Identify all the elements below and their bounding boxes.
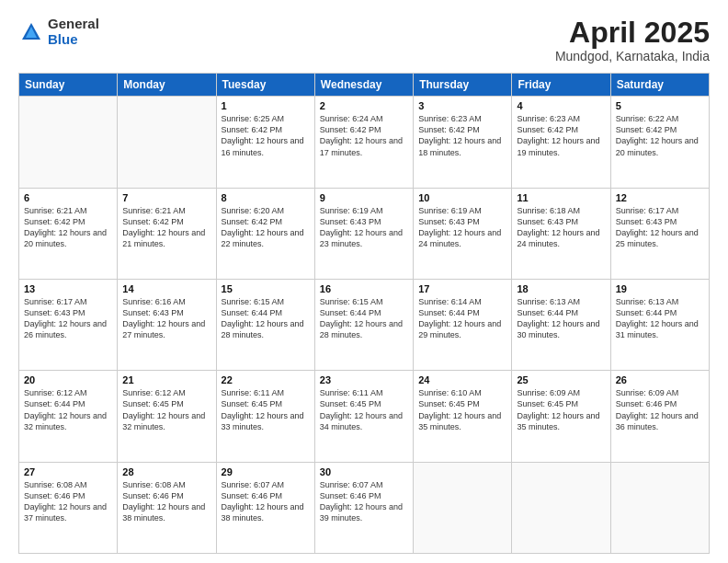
calendar-cell: 15Sunrise: 6:15 AM Sunset: 6:44 PM Dayli… <box>216 279 314 370</box>
day-info: Sunrise: 6:18 AM Sunset: 6:43 PM Dayligh… <box>517 205 605 250</box>
calendar-cell <box>118 97 216 188</box>
day-number: 8 <box>222 192 310 203</box>
calendar-cell: 7Sunrise: 6:21 AM Sunset: 6:42 PM Daylig… <box>118 188 216 279</box>
day-number: 12 <box>616 192 704 203</box>
page: General Blue April 2025 Mundgod, Karnata… <box>0 0 728 563</box>
calendar-header: SundayMondayTuesdayWednesdayThursdayFrid… <box>19 74 710 97</box>
calendar-cell: 30Sunrise: 6:07 AM Sunset: 6:46 PM Dayli… <box>314 462 413 553</box>
day-number: 7 <box>122 192 210 203</box>
weekday-header-tuesday: Tuesday <box>216 74 314 97</box>
calendar-cell: 21Sunrise: 6:12 AM Sunset: 6:45 PM Dayli… <box>118 371 216 462</box>
title-location: Mundgod, Karnataka, India <box>555 49 710 63</box>
calendar-cell: 5Sunrise: 6:22 AM Sunset: 6:42 PM Daylig… <box>610 97 709 188</box>
day-number: 15 <box>222 283 310 294</box>
calendar-cell: 9Sunrise: 6:19 AM Sunset: 6:43 PM Daylig… <box>314 188 413 279</box>
logo-general: General <box>48 17 99 32</box>
day-number: 10 <box>418 192 506 203</box>
weekday-header-wednesday: Wednesday <box>314 74 413 97</box>
day-info: Sunrise: 6:07 AM Sunset: 6:46 PM Dayligh… <box>320 479 408 524</box>
weekday-header-thursday: Thursday <box>414 74 512 97</box>
day-number: 19 <box>616 283 704 294</box>
weekday-header-friday: Friday <box>512 74 610 97</box>
week-row-5: 27Sunrise: 6:08 AM Sunset: 6:46 PM Dayli… <box>19 462 710 553</box>
calendar-cell: 24Sunrise: 6:10 AM Sunset: 6:45 PM Dayli… <box>414 371 512 462</box>
week-row-2: 6Sunrise: 6:21 AM Sunset: 6:42 PM Daylig… <box>19 188 710 279</box>
calendar-body: 1Sunrise: 6:25 AM Sunset: 6:42 PM Daylig… <box>19 97 710 554</box>
day-info: Sunrise: 6:19 AM Sunset: 6:43 PM Dayligh… <box>418 205 506 250</box>
day-info: Sunrise: 6:23 AM Sunset: 6:42 PM Dayligh… <box>517 113 605 158</box>
calendar-cell: 2Sunrise: 6:24 AM Sunset: 6:42 PM Daylig… <box>314 97 413 188</box>
day-info: Sunrise: 6:17 AM Sunset: 6:43 PM Dayligh… <box>616 205 704 250</box>
header: General Blue April 2025 Mundgod, Karnata… <box>18 17 710 63</box>
week-row-3: 13Sunrise: 6:17 AM Sunset: 6:43 PM Dayli… <box>19 279 710 370</box>
day-number: 11 <box>517 192 605 203</box>
calendar-cell: 6Sunrise: 6:21 AM Sunset: 6:42 PM Daylig… <box>19 188 118 279</box>
day-number: 23 <box>320 374 408 385</box>
day-info: Sunrise: 6:15 AM Sunset: 6:44 PM Dayligh… <box>320 296 408 341</box>
calendar-cell <box>610 462 709 553</box>
calendar-table: SundayMondayTuesdayWednesdayThursdayFrid… <box>18 73 710 554</box>
calendar-cell: 19Sunrise: 6:13 AM Sunset: 6:44 PM Dayli… <box>610 279 709 370</box>
day-number: 3 <box>418 100 506 111</box>
day-info: Sunrise: 6:21 AM Sunset: 6:42 PM Dayligh… <box>122 205 210 250</box>
day-number: 24 <box>418 374 506 385</box>
day-number: 29 <box>222 466 310 477</box>
day-number: 14 <box>122 283 210 294</box>
day-info: Sunrise: 6:15 AM Sunset: 6:44 PM Dayligh… <box>222 296 310 341</box>
calendar-cell: 18Sunrise: 6:13 AM Sunset: 6:44 PM Dayli… <box>512 279 610 370</box>
calendar-cell: 8Sunrise: 6:20 AM Sunset: 6:42 PM Daylig… <box>216 188 314 279</box>
calendar-cell <box>512 462 610 553</box>
calendar-cell: 26Sunrise: 6:09 AM Sunset: 6:46 PM Dayli… <box>610 371 709 462</box>
day-info: Sunrise: 6:12 AM Sunset: 6:45 PM Dayligh… <box>122 387 210 432</box>
day-number: 1 <box>222 100 310 111</box>
calendar-cell: 20Sunrise: 6:12 AM Sunset: 6:44 PM Dayli… <box>19 371 118 462</box>
day-info: Sunrise: 6:13 AM Sunset: 6:44 PM Dayligh… <box>517 296 605 341</box>
title-month: April 2025 <box>555 17 710 49</box>
day-info: Sunrise: 6:08 AM Sunset: 6:46 PM Dayligh… <box>122 479 210 524</box>
week-row-1: 1Sunrise: 6:25 AM Sunset: 6:42 PM Daylig… <box>19 97 710 188</box>
day-number: 16 <box>320 283 408 294</box>
day-number: 9 <box>320 192 408 203</box>
calendar-cell: 22Sunrise: 6:11 AM Sunset: 6:45 PM Dayli… <box>216 371 314 462</box>
calendar-cell: 16Sunrise: 6:15 AM Sunset: 6:44 PM Dayli… <box>314 279 413 370</box>
day-info: Sunrise: 6:19 AM Sunset: 6:43 PM Dayligh… <box>320 205 408 250</box>
day-number: 20 <box>24 374 112 385</box>
day-info: Sunrise: 6:22 AM Sunset: 6:42 PM Dayligh… <box>616 113 704 158</box>
day-info: Sunrise: 6:13 AM Sunset: 6:44 PM Dayligh… <box>616 296 704 341</box>
day-number: 25 <box>517 374 605 385</box>
calendar-cell <box>414 462 512 553</box>
day-number: 28 <box>122 466 210 477</box>
calendar-cell <box>19 97 118 188</box>
calendar-cell: 27Sunrise: 6:08 AM Sunset: 6:46 PM Dayli… <box>19 462 118 553</box>
calendar-cell: 12Sunrise: 6:17 AM Sunset: 6:43 PM Dayli… <box>610 188 709 279</box>
day-number: 21 <box>122 374 210 385</box>
day-info: Sunrise: 6:11 AM Sunset: 6:45 PM Dayligh… <box>320 387 408 432</box>
day-number: 22 <box>222 374 310 385</box>
day-info: Sunrise: 6:25 AM Sunset: 6:42 PM Dayligh… <box>222 113 310 158</box>
day-info: Sunrise: 6:10 AM Sunset: 6:45 PM Dayligh… <box>418 387 506 432</box>
calendar-cell: 10Sunrise: 6:19 AM Sunset: 6:43 PM Dayli… <box>414 188 512 279</box>
calendar-cell: 17Sunrise: 6:14 AM Sunset: 6:44 PM Dayli… <box>414 279 512 370</box>
day-number: 27 <box>24 466 112 477</box>
day-number: 6 <box>24 192 112 203</box>
day-number: 13 <box>24 283 112 294</box>
day-info: Sunrise: 6:24 AM Sunset: 6:42 PM Dayligh… <box>320 113 408 158</box>
calendar-cell: 3Sunrise: 6:23 AM Sunset: 6:42 PM Daylig… <box>414 97 512 188</box>
day-info: Sunrise: 6:09 AM Sunset: 6:46 PM Dayligh… <box>616 387 704 432</box>
day-info: Sunrise: 6:07 AM Sunset: 6:46 PM Dayligh… <box>222 479 310 524</box>
day-info: Sunrise: 6:14 AM Sunset: 6:44 PM Dayligh… <box>418 296 506 341</box>
day-info: Sunrise: 6:11 AM Sunset: 6:45 PM Dayligh… <box>222 387 310 432</box>
calendar-cell: 25Sunrise: 6:09 AM Sunset: 6:45 PM Dayli… <box>512 371 610 462</box>
day-info: Sunrise: 6:23 AM Sunset: 6:42 PM Dayligh… <box>418 113 506 158</box>
day-number: 26 <box>616 374 704 385</box>
day-info: Sunrise: 6:16 AM Sunset: 6:43 PM Dayligh… <box>122 296 210 341</box>
calendar-cell: 4Sunrise: 6:23 AM Sunset: 6:42 PM Daylig… <box>512 97 610 188</box>
logo-text: General Blue <box>48 17 99 47</box>
calendar-cell: 1Sunrise: 6:25 AM Sunset: 6:42 PM Daylig… <box>216 97 314 188</box>
day-number: 18 <box>517 283 605 294</box>
logo-icon <box>18 19 44 45</box>
calendar-cell: 29Sunrise: 6:07 AM Sunset: 6:46 PM Dayli… <box>216 462 314 553</box>
day-number: 17 <box>418 283 506 294</box>
calendar-cell: 23Sunrise: 6:11 AM Sunset: 6:45 PM Dayli… <box>314 371 413 462</box>
day-number: 4 <box>517 100 605 111</box>
